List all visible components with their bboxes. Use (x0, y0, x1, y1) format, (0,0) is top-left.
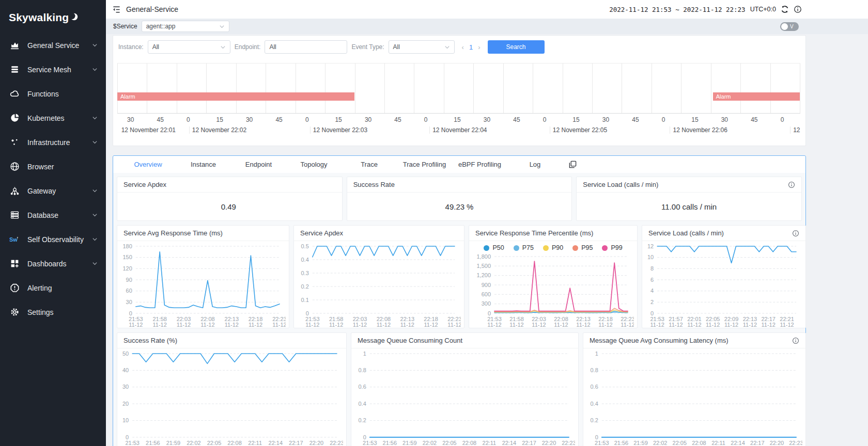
network-icon (9, 186, 20, 196)
tab-topology[interactable]: Topology (286, 161, 342, 168)
svg-text:1,800: 1,800 (476, 253, 491, 260)
instance-select[interactable]: All (148, 40, 230, 54)
legend-item-p95[interactable]: P95 (572, 244, 593, 251)
svg-text:4: 4 (650, 288, 654, 294)
svg-text:11-12: 11-12 (487, 322, 501, 328)
tab-trace[interactable]: Trace (342, 161, 397, 168)
svg-text:0: 0 (595, 434, 598, 440)
sidebar-item-service-mesh[interactable]: Service Mesh (0, 57, 106, 82)
tab-instance[interactable]: Instance (176, 161, 231, 168)
svg-text:0.2: 0.2 (301, 283, 309, 290)
chart-card-service-apdex: Service Apdex 00.10.20.30.40.521:5311-12… (293, 225, 464, 328)
tab-overview[interactable]: Overview (120, 161, 176, 168)
tab-log[interactable]: Log (507, 161, 563, 168)
next-page-icon[interactable]: › (478, 43, 480, 51)
service-load-chart[interactable]: 02468101221:5311-1221:5711-1222:0111-122… (642, 241, 805, 328)
chevron-down-icon (92, 41, 98, 50)
refresh-icon[interactable] (781, 5, 789, 13)
timeline-column (237, 63, 266, 113)
timeline-tick-label: 15 (206, 114, 236, 125)
gear-icon (9, 307, 20, 317)
sidebar-item-label: Alerting (27, 284, 98, 292)
sidebar-item-kubernetes[interactable]: Kubernetes (0, 106, 106, 130)
chevron-down-icon (92, 260, 98, 268)
timeline-tick-label: 45 (741, 114, 770, 125)
alarm-bar[interactable]: Alarm (117, 92, 354, 101)
chevron-down-icon (92, 235, 98, 244)
metric-card-success-rate: Success Rate49.23% (347, 177, 572, 221)
timeline-tick-label: 30 (711, 114, 741, 125)
svg-text:40: 40 (122, 367, 129, 373)
alarm-bar[interactable]: Alarm (713, 92, 800, 101)
service-select[interactable]: agent::app (142, 21, 229, 32)
sidebar-item-label: Database (27, 211, 84, 219)
service-apdex-chart[interactable]: 00.10.20.30.40.521:5311-1221:5811-1222:0… (294, 241, 464, 328)
avg-response-time-chart[interactable]: 030609012015018021:5311-1221:5811-1222:0… (117, 241, 289, 328)
endpoint-input[interactable] (265, 40, 347, 54)
sidebar-item-gateway[interactable]: Gateway (0, 179, 106, 203)
mq-consuming-latency-chart[interactable]: 00.20.40.60.8121:5311-1221:5611-1221:591… (583, 348, 805, 446)
service-select-value: agent::app (146, 23, 176, 30)
timeline-column (355, 63, 385, 113)
search-button[interactable]: Search (488, 40, 545, 54)
sidebar-item-dashboards[interactable]: Dashboards (0, 251, 106, 276)
info-icon[interactable] (788, 181, 795, 188)
page-number: 1 (469, 43, 473, 51)
sidebar-item-settings[interactable]: Settings (0, 300, 106, 324)
svg-text:12: 12 (647, 243, 654, 249)
sidebar-item-functions[interactable]: Functions (0, 82, 106, 106)
timeline-date-label: 12 November 22:04 (429, 126, 487, 134)
svg-text:8: 8 (650, 265, 654, 272)
svg-text:10: 10 (647, 254, 654, 260)
chart-title: Service Response Time Percentile (ms) (475, 229, 593, 237)
tab-trace-profiling[interactable]: Trace Profiling (397, 161, 452, 168)
chevron-down-icon (92, 66, 98, 74)
chart-card-mq-latency: Message Queue Avg Consuming Latency (ms)… (583, 332, 806, 446)
percentile-chart[interactable]: 03006009001,2001,5001,80021:5311-1221:58… (469, 251, 637, 328)
svg-text:150: 150 (122, 254, 132, 260)
sidebar-item-infrastructure[interactable]: Infrastructure (0, 130, 106, 154)
legend-item-p75[interactable]: P75 (514, 244, 534, 251)
prev-page-icon[interactable]: ‹ (462, 43, 464, 51)
time-range-picker[interactable]: 2022-11-12 21:53 ~ 2022-11-12 22:23 (609, 6, 745, 13)
version-toggle[interactable]: V (780, 22, 799, 31)
info-icon[interactable] (792, 230, 799, 237)
svg-text:11-12: 11-12 (762, 322, 776, 328)
menu-fold-icon[interactable] (112, 5, 121, 14)
service-label: $Service (113, 23, 137, 30)
chart-card-service-load: Service Load (calls / min) 02468101221:5… (642, 225, 806, 328)
svg-text:11-12: 11-12 (353, 322, 367, 328)
legend-dot (543, 245, 549, 251)
timeline-column (593, 63, 622, 113)
timeline-tick-label: 15 (444, 114, 473, 125)
svg-text:1: 1 (595, 351, 598, 357)
timeline-column (652, 63, 681, 113)
sidebar-item-alerting[interactable]: Alerting (0, 276, 106, 300)
tab-endpoint[interactable]: Endpoint (231, 161, 286, 168)
timeline-column (563, 63, 593, 113)
sidebar-item-browser[interactable]: Browser (0, 154, 106, 179)
legend-item-p50[interactable]: P50 (484, 244, 504, 251)
info-icon[interactable] (794, 5, 802, 13)
legend-item-p90[interactable]: P90 (543, 244, 563, 251)
event-type-select[interactable]: All (389, 40, 455, 54)
svg-text:120: 120 (122, 265, 132, 272)
svg-text:0.1: 0.1 (301, 297, 309, 303)
toggle-knob (781, 23, 788, 30)
dashboard-tool-icon[interactable] (569, 161, 577, 168)
mq-consuming-count-chart[interactable]: 00.20.40.60.8121:5311-1221:5611-1221:591… (351, 348, 578, 446)
svg-text:11-12: 11-12 (532, 322, 546, 328)
event-type-label: Event Type: (351, 43, 384, 51)
svg-text:11-12: 11-12 (377, 322, 391, 328)
svg-text:11-12: 11-12 (687, 322, 701, 328)
svg-text:0.6: 0.6 (359, 384, 366, 390)
event-timeline[interactable]: AlarmAlarm 30450153045015304501530450153… (117, 63, 800, 135)
tab-ebpf-profiling[interactable]: eBPF Profiling (452, 161, 507, 168)
success-rate-chart[interactable]: 0102030405021:5311-1221:5611-1221:5911-1… (117, 348, 346, 446)
layers-icon (9, 65, 20, 75)
legend-item-p99[interactable]: P99 (602, 244, 622, 251)
sidebar-item-database[interactable]: Database (0, 203, 106, 227)
sidebar-item-general-service[interactable]: General Service (0, 33, 106, 57)
info-icon[interactable] (792, 337, 799, 344)
sidebar-item-self-observability[interactable]: Sw’Self Observability (0, 227, 106, 251)
